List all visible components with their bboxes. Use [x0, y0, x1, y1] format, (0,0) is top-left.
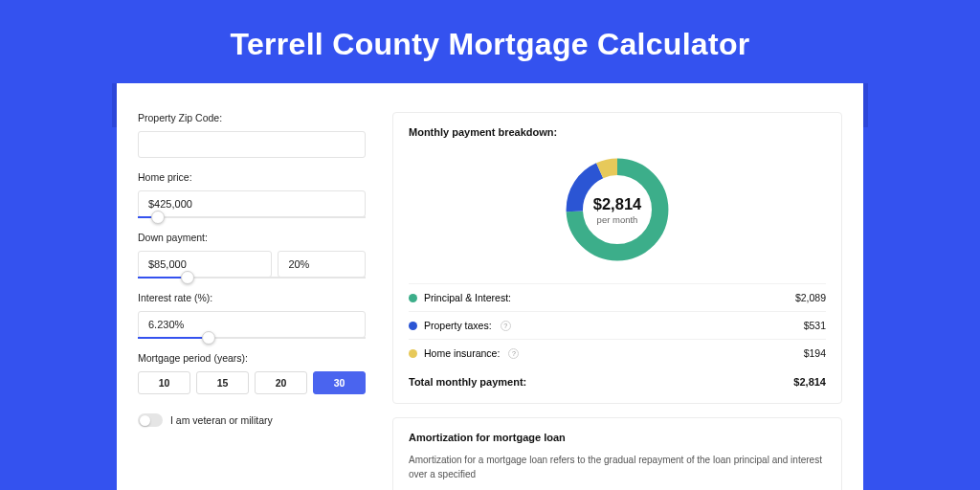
dot-icon — [409, 294, 417, 302]
total-row: Total monthly payment: $2,814 — [409, 367, 826, 390]
amortization-panel: Amortization for mortgage loan Amortizat… — [392, 417, 842, 490]
dot-icon — [409, 349, 417, 358]
home-price-slider-thumb[interactable] — [151, 211, 165, 224]
info-icon[interactable]: ? — [501, 321, 511, 331]
interest-rate-slider[interactable] — [138, 337, 366, 339]
period-20-button[interactable]: 20 — [255, 371, 307, 394]
legend-row-principal: Principal & Interest: $2,089 — [409, 283, 826, 311]
interest-rate-group: Interest rate (%): — [138, 292, 366, 339]
legend-label: Property taxes: — [424, 320, 492, 331]
amortization-title: Amortization for mortgage loan — [409, 432, 826, 443]
calculator-card: Property Zip Code: Home price: Down paym… — [117, 83, 863, 490]
down-payment-group: Down payment: — [138, 232, 366, 278]
zip-group: Property Zip Code: — [138, 112, 366, 158]
period-15-button[interactable]: 15 — [196, 371, 249, 394]
output-column: Monthly payment breakdown: $2,814 per mo… — [392, 112, 842, 490]
legend-value: $194 — [804, 347, 826, 359]
legend-row-taxes: Property taxes: ? $531 — [409, 311, 826, 339]
down-payment-label: Down payment: — [138, 232, 366, 243]
zip-label: Property Zip Code: — [138, 112, 366, 123]
total-value: $2,814 — [793, 376, 826, 388]
mortgage-period-group: Mortgage period (years): 10 15 20 30 — [138, 352, 366, 394]
down-payment-slider-thumb[interactable] — [181, 271, 194, 284]
page-title: Terrell County Mortgage Calculator — [0, 0, 980, 83]
legend-label: Home insurance: — [424, 347, 500, 359]
home-price-label: Home price: — [138, 171, 366, 183]
breakdown-panel: Monthly payment breakdown: $2,814 per mo… — [392, 112, 842, 404]
breakdown-title: Monthly payment breakdown: — [409, 126, 826, 138]
legend-value: $2,089 — [795, 292, 826, 303]
veteran-toggle-row: I am veteran or military — [138, 413, 366, 427]
period-10-button[interactable]: 10 — [138, 371, 190, 394]
down-payment-input[interactable] — [138, 251, 272, 278]
veteran-toggle-label: I am veteran or military — [170, 414, 273, 426]
mortgage-period-options: 10 15 20 30 — [138, 371, 366, 394]
zip-input[interactable] — [138, 131, 366, 158]
donut-chart: $2,814 per month — [561, 153, 674, 266]
interest-rate-label: Interest rate (%): — [138, 292, 366, 303]
veteran-toggle[interactable] — [138, 413, 163, 427]
donut-sub: per month — [597, 214, 638, 225]
home-price-group: Home price: — [138, 171, 366, 218]
mortgage-period-label: Mortgage period (years): — [138, 352, 366, 364]
info-icon[interactable]: ? — [508, 348, 519, 359]
input-column: Property Zip Code: Home price: Down paym… — [138, 112, 366, 490]
total-label: Total monthly payment: — [409, 376, 526, 388]
dot-icon — [409, 322, 417, 330]
legend-value: $531 — [804, 320, 826, 331]
home-price-input[interactable] — [138, 190, 366, 217]
donut-wrap: $2,814 per month — [409, 147, 826, 283]
donut-center: $2,814 per month — [561, 153, 674, 266]
down-payment-percent-input[interactable] — [278, 251, 366, 278]
legend-label: Principal & Interest: — [424, 292, 511, 303]
home-price-slider[interactable] — [138, 216, 366, 218]
down-payment-slider[interactable] — [138, 277, 366, 278]
interest-rate-input[interactable] — [138, 311, 366, 338]
legend-row-insurance: Home insurance: ? $194 — [409, 339, 826, 367]
period-30-button[interactable]: 30 — [313, 371, 366, 394]
donut-amount: $2,814 — [593, 195, 641, 213]
amortization-body: Amortization for a mortgage loan refers … — [409, 453, 826, 481]
interest-rate-slider-thumb[interactable] — [202, 331, 215, 345]
